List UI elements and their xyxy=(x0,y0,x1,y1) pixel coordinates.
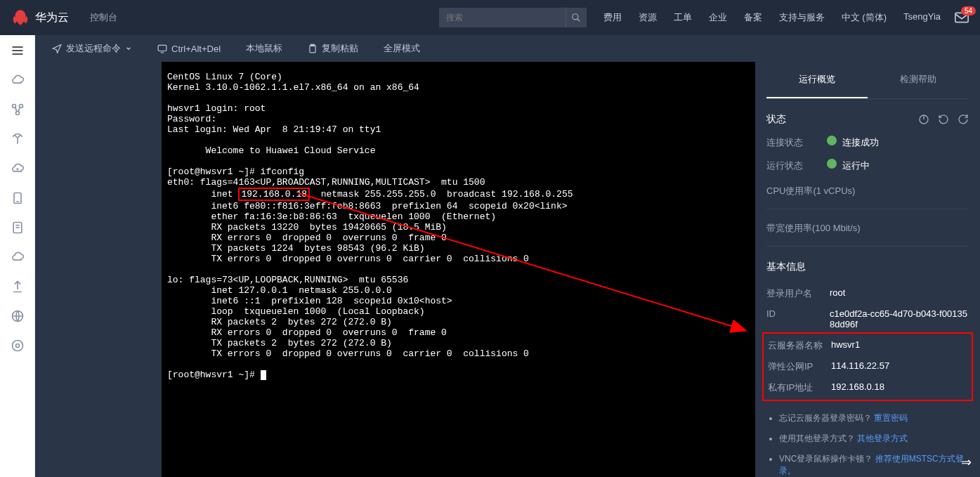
help-other-login: 使用其他登录方式？ 其他登录方式 xyxy=(779,433,969,445)
header-nav: 费用 资源 工单 企业 备案 支持与服务 中文 (简体) TsengYia xyxy=(603,11,941,24)
refresh-icon[interactable] xyxy=(958,114,969,125)
private-ip-label: 私有IP地址 xyxy=(768,381,831,394)
login-user-val: root xyxy=(830,287,969,300)
other-login-link[interactable]: 其他登录方式 xyxy=(857,433,908,443)
run-status-val: 运行中 xyxy=(842,160,870,171)
basic-info-title: 基本信息 xyxy=(766,261,969,273)
nav-ticket[interactable]: 工单 xyxy=(674,11,692,24)
terminal-cursor xyxy=(261,370,266,380)
svg-point-17 xyxy=(15,344,19,348)
local-mouse-label: 本地鼠标 xyxy=(246,42,282,55)
nav-beian[interactable]: 备案 xyxy=(744,11,762,24)
server-name-label: 云服务器名称 xyxy=(768,339,831,352)
eip-val: 114.116.22.57 xyxy=(831,360,967,373)
eip-row: 弹性公网IP 114.116.22.57 xyxy=(768,356,967,377)
vnc-terminal[interactable]: CentOS Linux 7 (Core) Kernel 3.10.0-1062… xyxy=(35,62,755,477)
search-input[interactable] xyxy=(439,8,566,27)
nav-user[interactable]: TsengYia xyxy=(903,11,941,24)
svg-rect-18 xyxy=(158,45,166,51)
search-button[interactable] xyxy=(566,8,587,27)
local-mouse-button[interactable]: 本地鼠标 xyxy=(246,42,282,55)
nav-enterprise[interactable]: 企业 xyxy=(709,11,727,24)
clipboard-icon xyxy=(308,44,318,53)
menu-icon[interactable] xyxy=(9,42,26,59)
status-title: 状态 xyxy=(766,113,786,126)
fullscreen-button[interactable]: 全屏模式 xyxy=(384,42,420,55)
remote-cmd-label: 发送远程命令 xyxy=(66,42,121,55)
help-vnc-lag: VNC登录鼠标操作卡顿？ 推荐使用MSTSC方式登录。 xyxy=(779,453,969,477)
top-header: 华为云 控制台 费用 资源 工单 企业 备案 支持与服务 中文 (简体) Tse… xyxy=(0,0,980,35)
brand-text: 华为云 xyxy=(35,11,69,25)
id-row: ID c1e0df2a-cc65-4d70-b043-f001358dd96f xyxy=(766,304,969,334)
vnc-toolbar: 发送远程命令 Ctrl+Alt+Del 本地鼠标 复制粘贴 全屏模式 xyxy=(35,35,980,62)
svg-point-0 xyxy=(573,14,578,20)
ctrl-alt-del-button[interactable]: Ctrl+Alt+Del xyxy=(157,44,221,54)
conn-status-val: 连接成功 xyxy=(842,137,879,148)
globe-icon[interactable] xyxy=(9,308,26,325)
console-link[interactable]: 控制台 xyxy=(90,11,117,24)
copy-paste-label: 复制粘贴 xyxy=(322,42,358,55)
private-ip-row: 私有IP地址 192.168.0.18 xyxy=(768,377,967,398)
tab-overview[interactable]: 运行概览 xyxy=(766,62,868,98)
status-dot-green xyxy=(827,136,837,145)
network-icon[interactable] xyxy=(9,101,26,118)
collapse-panel-button[interactable]: ⇒ xyxy=(961,455,972,470)
antenna-icon[interactable] xyxy=(9,131,26,148)
cpu-metric: CPU使用率(1 vCPUs) xyxy=(766,185,969,209)
search-wrap xyxy=(439,8,587,27)
help-list: 忘记云服务器登录密码？ 重置密码 使用其他登录方式？ 其他登录方式 VNC登录鼠… xyxy=(766,412,969,477)
huawei-icon xyxy=(11,8,30,27)
ctrl-alt-del-label: Ctrl+Alt+Del xyxy=(171,44,221,54)
storage-icon[interactable] xyxy=(9,190,26,207)
id-label: ID xyxy=(766,308,830,329)
monitor-icon xyxy=(157,44,167,53)
cloud-icon[interactable] xyxy=(9,72,26,89)
fullscreen-label: 全屏模式 xyxy=(384,42,420,55)
chevron-down-icon xyxy=(125,45,132,52)
highlighted-ip: 192.168.0.18 xyxy=(238,188,310,201)
mail-badge: 54 xyxy=(961,6,976,15)
tab-diagnosis[interactable]: 检测帮助 xyxy=(868,62,969,98)
nav-resource[interactable]: 资源 xyxy=(639,11,657,24)
power-icon[interactable] xyxy=(918,114,929,125)
status-dot-green xyxy=(827,159,837,169)
cloud3-icon[interactable] xyxy=(9,249,26,266)
nav-fee[interactable]: 费用 xyxy=(603,11,622,24)
svg-line-1 xyxy=(577,19,580,22)
doc-icon[interactable] xyxy=(9,219,26,236)
side-nav xyxy=(0,35,35,477)
basic-info: 基本信息 登录用户名 root ID c1e0df2a-cc65-4d70-b0… xyxy=(766,261,969,401)
panel-tabs: 运行概览 检测帮助 xyxy=(766,62,969,99)
mail-button[interactable]: 54 xyxy=(955,12,969,23)
status-head: 状态 xyxy=(766,113,969,126)
run-status-row: 运行状态 运行中 xyxy=(766,159,969,172)
run-status-label: 运行状态 xyxy=(766,159,816,172)
nav-lang[interactable]: 中文 (简体) xyxy=(842,11,887,24)
help-forgot-pwd: 忘记云服务器登录密码？ 重置密码 xyxy=(779,412,969,424)
reset-pwd-link[interactable]: 重置密码 xyxy=(874,413,908,423)
send-icon xyxy=(52,44,62,53)
bw-metric: 带宽使用率(100 Mbit/s) xyxy=(766,222,969,247)
svg-point-16 xyxy=(12,341,22,351)
power-actions xyxy=(918,114,969,125)
disc-icon[interactable] xyxy=(9,337,26,354)
search-icon xyxy=(571,13,581,22)
conn-status-label: 连接状态 xyxy=(766,136,816,149)
server-name-val: hwsvr1 xyxy=(831,339,967,352)
upload-icon[interactable] xyxy=(9,278,26,295)
login-user-row: 登录用户名 root xyxy=(766,283,969,304)
conn-status-row: 连接状态 连接成功 xyxy=(766,136,969,149)
svg-point-9 xyxy=(17,169,18,170)
private-ip-val: 192.168.0.18 xyxy=(831,381,967,394)
cloud2-icon[interactable] xyxy=(9,160,26,177)
restart-icon[interactable] xyxy=(938,114,949,125)
ip-highlight-box: 云服务器名称 hwsvr1 弹性公网IP 114.116.22.57 私有IP地… xyxy=(762,332,973,401)
eip-label: 弹性公网IP xyxy=(768,360,831,373)
login-user-label: 登录用户名 xyxy=(766,287,830,300)
nav-support[interactable]: 支持与服务 xyxy=(779,11,825,24)
remote-cmd-button[interactable]: 发送远程命令 xyxy=(52,42,132,55)
copy-paste-button[interactable]: 复制粘贴 xyxy=(308,42,358,55)
id-val: c1e0df2a-cc65-4d70-b043-f001358dd96f xyxy=(830,308,969,329)
server-name-row: 云服务器名称 hwsvr1 xyxy=(768,335,967,356)
brand-logo[interactable]: 华为云 xyxy=(11,8,69,27)
